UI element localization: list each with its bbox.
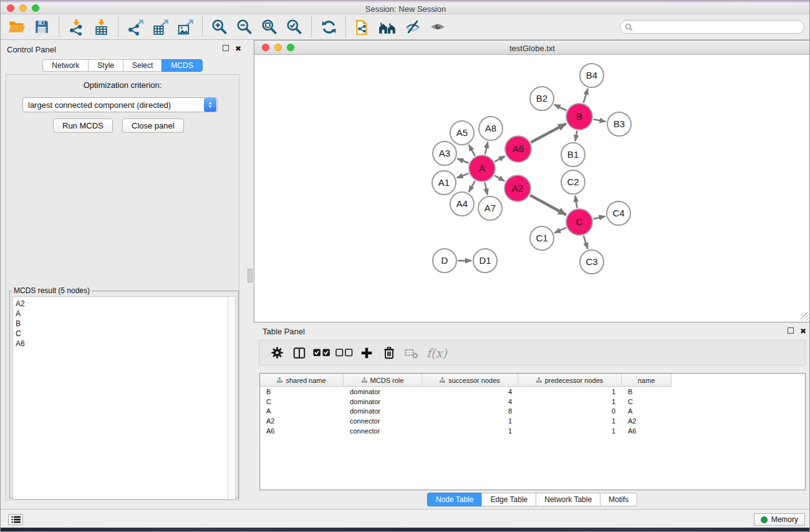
node-D[interactable]: D: [433, 249, 456, 273]
mcds-result-list[interactable]: A2ABCA6: [12, 296, 228, 500]
node-A6[interactable]: A6: [505, 136, 531, 162]
table-cell[interactable]: 4: [422, 398, 518, 405]
network-graph[interactable]: B4B2BB3A5A8A6B1A3AC2A1A2A4A7C4CC1C3DD1: [254, 55, 810, 322]
edge-A6-B[interactable]: [531, 123, 566, 142]
table-float-panel-icon[interactable]: [788, 327, 794, 336]
table-cell[interactable]: 1: [518, 427, 622, 435]
tab-mcds[interactable]: MCDS: [162, 59, 202, 72]
edge-A-A7[interactable]: [485, 183, 488, 195]
table-cell[interactable]: A2: [260, 417, 344, 425]
tab-motifs[interactable]: Motifs: [600, 493, 637, 506]
table-row[interactable]: A2connector11A2: [260, 416, 805, 426]
zoom-fit-icon[interactable]: [259, 17, 280, 37]
tab-edge-table[interactable]: Edge Table: [481, 493, 536, 506]
table-cell[interactable]: C: [260, 398, 344, 405]
run-mcds-button[interactable]: Run MCDS: [53, 118, 113, 133]
hide-eye-icon[interactable]: [402, 17, 423, 37]
search-input[interactable]: [633, 21, 804, 32]
network-canvas[interactable]: B4B2BB3A5A8A6B1A3AC2A1A2A4A7C4CC1C3DD1: [254, 55, 810, 322]
close-panel-icon[interactable]: ✖: [235, 45, 241, 53]
column-header-MCDS-role[interactable]: MCDS role: [344, 374, 422, 387]
edge-A-A8[interactable]: [485, 142, 488, 154]
column-header-predecessor-nodes[interactable]: predecessor nodes: [518, 374, 622, 387]
result-item[interactable]: B: [16, 319, 228, 329]
edge-A-A2[interactable]: [494, 175, 504, 181]
table-row[interactable]: Cdominator41C: [260, 397, 805, 407]
save-icon[interactable]: [31, 17, 52, 37]
node-A5[interactable]: A5: [450, 121, 474, 145]
network-window-titlebar[interactable]: testGlobe.txt: [254, 41, 810, 55]
zoom-in-icon[interactable]: [209, 17, 230, 37]
edge-B-B4[interactable]: [584, 89, 588, 103]
table-cell[interactable]: 1: [518, 417, 622, 425]
add-column-icon[interactable]: [355, 342, 378, 364]
resize-grip-icon[interactable]: [802, 314, 809, 321]
float-panel-icon[interactable]: [223, 45, 229, 53]
memory-button[interactable]: Memory: [754, 513, 805, 526]
edge-A-A3[interactable]: [457, 158, 468, 163]
vertical-splitter-handle[interactable]: [248, 269, 253, 283]
result-item[interactable]: A: [16, 309, 228, 319]
node-A4[interactable]: A4: [450, 192, 474, 216]
table-cell[interactable]: B: [622, 388, 672, 395]
result-item[interactable]: C: [16, 329, 228, 339]
node-A7[interactable]: A7: [478, 196, 502, 220]
node-table[interactable]: shared nameMCDS rolesuccessor nodesprede…: [259, 373, 806, 490]
node-B[interactable]: B: [566, 104, 592, 130]
edge-B-B1[interactable]: [576, 131, 577, 142]
result-item[interactable]: A6: [16, 339, 228, 349]
node-A3[interactable]: A3: [433, 142, 456, 165]
show-eye-icon[interactable]: [427, 17, 448, 37]
export-table-icon[interactable]: [150, 17, 171, 37]
node-C4[interactable]: C4: [607, 201, 630, 225]
criterion-dropdown[interactable]: largest connected component (directed) ▲…: [22, 97, 218, 112]
table-cell[interactable]: A6: [622, 427, 672, 435]
node-B1[interactable]: B1: [561, 143, 585, 167]
node-B3[interactable]: B3: [607, 112, 631, 136]
edge-A-A4[interactable]: [469, 181, 475, 192]
unselect-all-icon[interactable]: [333, 342, 355, 364]
column-header-name[interactable]: name: [622, 374, 672, 387]
open-folder-icon[interactable]: [6, 17, 27, 37]
column-header-successor-nodes[interactable]: successor nodes: [422, 374, 518, 387]
table-row[interactable]: A6connector11A6: [260, 426, 805, 436]
column-header-shared-name[interactable]: shared name: [260, 374, 344, 387]
edge-A-A5[interactable]: [469, 145, 475, 156]
tab-network[interactable]: Network: [42, 59, 88, 72]
table-cell[interactable]: 1: [518, 398, 622, 405]
table-cell[interactable]: 0: [518, 407, 622, 415]
column-panel-icon[interactable]: [288, 342, 311, 364]
export-network-icon[interactable]: [125, 17, 146, 37]
table-cell[interactable]: dominator: [344, 407, 422, 415]
table-cell[interactable]: 1: [518, 388, 622, 395]
table-row[interactable]: Bdominator41B: [260, 387, 805, 397]
delete-column-trash-icon[interactable]: [378, 342, 400, 364]
zoom-out-icon[interactable]: [234, 17, 255, 37]
tab-style[interactable]: Style: [88, 59, 123, 72]
table-cell[interactable]: 1: [422, 427, 518, 435]
edge-B-B3[interactable]: [594, 119, 606, 122]
edge-A2-C[interactable]: [530, 195, 566, 215]
table-cell[interactable]: dominator: [344, 388, 422, 395]
edge-A-A1[interactable]: [457, 173, 469, 178]
node-D1[interactable]: D1: [473, 249, 497, 273]
import-table-icon[interactable]: [90, 17, 112, 37]
tab-network-table[interactable]: Network Table: [536, 493, 600, 506]
search-field[interactable]: [620, 20, 804, 34]
edge-C-C2[interactable]: [575, 196, 577, 208]
node-B2[interactable]: B2: [530, 87, 554, 110]
node-A8[interactable]: A8: [479, 117, 503, 140]
table-cell[interactable]: B: [260, 388, 344, 395]
node-A[interactable]: A: [469, 155, 495, 181]
table-cell[interactable]: A: [622, 407, 672, 415]
table-settings-gear-icon[interactable]: [266, 342, 288, 364]
table-cell[interactable]: A: [260, 407, 344, 415]
select-all-icon[interactable]: [311, 342, 333, 364]
table-close-panel-icon[interactable]: ✖: [800, 327, 806, 336]
table-cell[interactable]: connector: [344, 417, 422, 425]
node-A2[interactable]: A2: [504, 175, 531, 201]
table-row[interactable]: Adominator80A: [260, 406, 805, 416]
node-C2[interactable]: C2: [561, 170, 585, 194]
edge-C-C4[interactable]: [593, 216, 605, 219]
table-cell[interactable]: connector: [344, 427, 422, 435]
